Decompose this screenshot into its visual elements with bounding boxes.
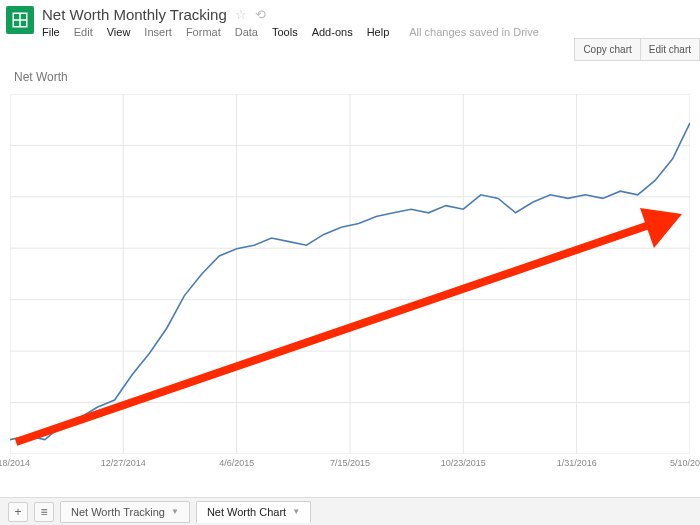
sheet-tab-chart[interactable]: Net Worth Chart ▼ bbox=[196, 501, 311, 523]
sheet-tab-label: Net Worth Tracking bbox=[71, 506, 165, 518]
add-sheet-button[interactable]: + bbox=[8, 502, 28, 522]
menu-format[interactable]: Format bbox=[186, 26, 221, 38]
menu-edit[interactable]: Edit bbox=[74, 26, 93, 38]
sheets-logo-icon bbox=[6, 6, 34, 34]
edit-chart-button[interactable]: Edit chart bbox=[640, 38, 700, 61]
x-tick-label: 12/27/2014 bbox=[101, 458, 146, 468]
copy-chart-button[interactable]: Copy chart bbox=[574, 38, 639, 61]
menu-addons[interactable]: Add-ons bbox=[312, 26, 353, 38]
chevron-down-icon: ▼ bbox=[292, 507, 300, 516]
x-tick-label: 9/18/2014 bbox=[0, 458, 30, 468]
menu-bar: File Edit View Insert Format Data Tools … bbox=[42, 23, 692, 38]
x-tick-label: 4/6/2015 bbox=[219, 458, 254, 468]
x-tick-label: 7/15/2015 bbox=[330, 458, 370, 468]
x-tick-label: 10/23/2015 bbox=[441, 458, 486, 468]
share-icon[interactable]: ⟲ bbox=[255, 7, 266, 22]
menu-data[interactable]: Data bbox=[235, 26, 258, 38]
menu-view[interactable]: View bbox=[107, 26, 131, 38]
star-icon[interactable]: ☆ bbox=[235, 7, 247, 22]
menu-file[interactable]: File bbox=[42, 26, 60, 38]
chart-title: Net Worth bbox=[14, 70, 68, 84]
chart-plot bbox=[10, 94, 690, 454]
menu-tools[interactable]: Tools bbox=[272, 26, 298, 38]
all-sheets-button[interactable]: ≡ bbox=[34, 502, 54, 522]
menu-help[interactable]: Help bbox=[367, 26, 390, 38]
save-status: All changes saved in Drive bbox=[409, 26, 539, 38]
x-tick-label: 1/31/2016 bbox=[557, 458, 597, 468]
svg-line-18 bbox=[16, 222, 658, 442]
menu-insert[interactable]: Insert bbox=[144, 26, 172, 38]
sheet-tab-label: Net Worth Chart bbox=[207, 506, 286, 518]
document-title[interactable]: Net Worth Monthly Tracking bbox=[42, 6, 227, 23]
x-tick-label: 5/10/2016 bbox=[670, 458, 700, 468]
chevron-down-icon: ▼ bbox=[171, 507, 179, 516]
chart-grid bbox=[10, 94, 690, 454]
sheet-tab-tracking[interactable]: Net Worth Tracking ▼ bbox=[60, 501, 190, 523]
chart-container: Net Worth bbox=[0, 66, 700, 486]
trend-arrow-icon bbox=[16, 208, 682, 442]
